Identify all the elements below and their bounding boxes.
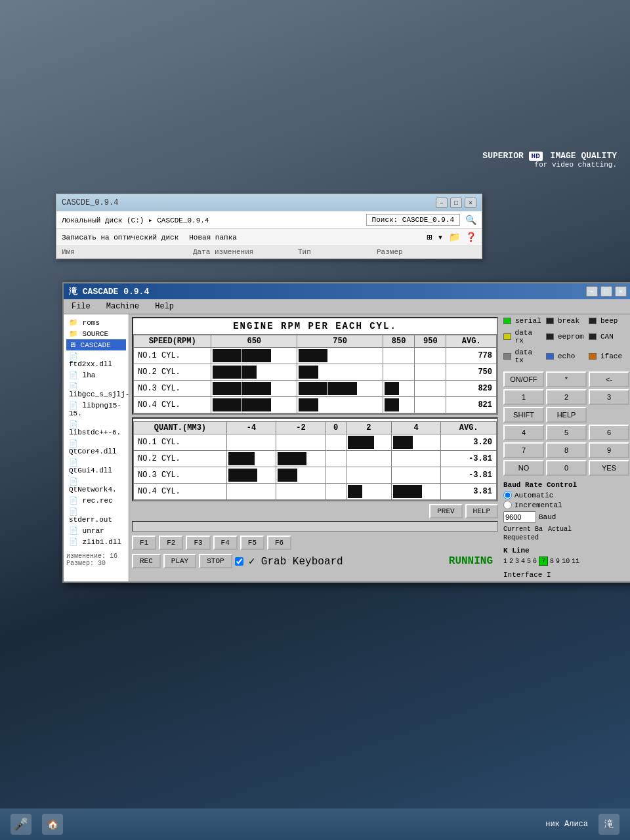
search-icon[interactable]: 🔍 [465,215,476,226]
baud-unit: Baud [539,513,556,521]
f3-button[interactable]: F3 [186,536,210,550]
play-button[interactable]: PLAY [163,554,196,568]
cyl1-bar-750 [297,348,383,364]
cascade-window: 滝 CASCADE 0.9.4 – □ ✕ File Machine Help … [62,282,630,583]
key3-button[interactable]: 3 [589,389,629,405]
q-cyl1-n4 [226,434,276,451]
menu-help[interactable]: Help [152,301,177,312]
view-options[interactable]: ⊞ ▾ 📁 ❓ [427,232,476,243]
cascade-titlebar: 滝 CASCADE 0.9.4 – □ ✕ [64,284,630,299]
menu-file[interactable]: File [69,301,93,312]
tree-cascade[interactable]: 🖥 CASCADE [66,339,126,350]
taskbar-label: ник Алиса [545,820,588,829]
q-cyl2-label: NO.2 CYL. [134,451,227,467]
search-box[interactable]: Поиск: CASCDE_0.9.4 [366,214,460,226]
onoff-button[interactable]: ON/OFF [503,371,544,387]
q-cyl3-n2 [276,467,326,484]
cascade-minimize[interactable]: – [586,286,598,297]
tree-qtnetwork[interactable]: 📄 QtNetwork4. [66,476,126,495]
rec-button[interactable]: REC [132,554,161,568]
back-button[interactable]: <- [589,371,629,387]
incremental-radio[interactable] [503,501,512,509]
burn-button[interactable]: Записать на оптический диск [62,234,178,242]
quant-col-n2: -2 [276,422,326,434]
f4-button[interactable]: F4 [213,536,238,550]
no-button[interactable]: NO [503,460,544,476]
kline-9: 9 [556,558,560,565]
rpm-table-container: ENGINE RPM PER EACH CYL. SPEED(RPM) 650 … [132,317,498,415]
q-cyl1-p2 [346,434,391,451]
tree-ftd2xx[interactable]: 📄 ftd2xx.dll [66,350,126,369]
key1-button[interactable]: 1 [503,389,544,405]
cascade-content: 📁 roms 📁 SOURCE 🖥 CASCADE 📄 ftd2xx.dll 📄… [64,314,630,581]
scrollbar[interactable] [132,521,498,532]
taskbar-cascade-icon[interactable]: 滝 [598,814,620,835]
quant-col-0: 0 [326,422,346,434]
key5-button[interactable]: 5 [546,425,587,440]
echo-label: echo [558,352,575,360]
help-right-button[interactable]: HELP [546,407,587,423]
table-row: NO.3 CYL. [134,381,497,397]
automatic-radio[interactable] [503,491,512,499]
cyl3-avg: 829 [446,381,497,397]
key9-button[interactable]: 9 [589,442,629,458]
can-led [589,333,597,340]
key7-button[interactable]: 7 [503,442,544,458]
close-button[interactable]: ✕ [465,198,476,208]
menu-machine[interactable]: Machine [104,301,142,312]
q-cyl4-p2 [346,484,391,500]
tree-recrec[interactable]: 📄 rec.rec [66,495,126,506]
kline-5: 5 [527,558,531,565]
baud-input[interactable] [503,511,536,523]
tree-qtgui[interactable]: 📄 QtGui4.dll [66,457,126,476]
shift-button[interactable]: SHIFT [503,407,544,423]
yes-button[interactable]: YES [589,460,629,476]
current-ba-label: Current Ba [503,526,543,533]
cascade-maximize[interactable]: □ [600,286,612,297]
tree-qtcore[interactable]: 📄 QtCore4.dll [66,438,126,457]
bottom-buttons-row: REC PLAY STOP ✓ Grab Keyboard RUNNING [132,551,498,571]
taskbar-icon-1[interactable]: 🏠 [42,814,63,835]
maximize-button[interactable]: □ [450,198,462,208]
f1-button[interactable]: F1 [132,536,156,550]
incremental-label: Incremental [514,501,562,509]
tree-roms[interactable]: 📁 roms [66,317,126,328]
minimize-button[interactable]: – [436,198,448,208]
key4-button[interactable]: 4 [503,425,544,440]
key6-button[interactable]: 6 [589,425,629,440]
q-cyl2-p4 [391,451,440,467]
tree-stderr[interactable]: 📄 stderr.out [66,506,126,525]
tree-unrar[interactable]: 📄 unrar [66,525,126,536]
f2-button[interactable]: F2 [159,536,183,550]
q-cyl1-n2 [276,434,326,451]
tree-lha[interactable]: 📄 lha [66,369,126,381]
led-iface: iface [589,348,629,364]
stop-button[interactable]: STOP [199,554,232,568]
file-tree: 📁 roms 📁 SOURCE 🖥 CASCADE 📄 ftd2xx.dll 📄… [64,314,129,581]
keypad-grid: ON/OFF * <- 1 2 3 SHIFT HELP 4 5 6 7 8 9… [503,371,629,476]
cascade-close[interactable]: ✕ [615,286,627,297]
prev-button[interactable]: PREV [429,504,462,518]
new-folder-button[interactable]: Новая папка [189,234,237,242]
q-cyl4-n4 [226,484,276,500]
quant-col-label: QUANT.(MM3) [134,422,227,434]
f5-button[interactable]: F5 [240,536,264,550]
tree-source[interactable]: 📁 SOURCE [66,328,126,339]
can-label: CAN [600,333,614,341]
tree-libstdc[interactable]: 📄 libstdc++-6. [66,419,126,438]
cyl4-bar-750 [297,397,383,413]
taskbar-mic-icon[interactable]: 🎤 [10,814,32,835]
key0-button[interactable]: 0 [546,460,587,476]
key8-button[interactable]: 8 [546,442,587,458]
star-button[interactable]: * [546,371,587,387]
grab-keyboard-checkbox[interactable] [235,557,243,566]
f6-button[interactable]: F6 [267,536,291,550]
key2-button[interactable]: 2 [546,389,587,405]
help-button[interactable]: HELP [465,504,498,518]
tree-libpng[interactable]: 📄 libpng15-15. [66,400,126,419]
kline-11: 11 [572,558,579,565]
cyl3-bar-650 [211,381,297,397]
tree-libgcc[interactable]: 📄 libgcc_s_sjlj- [66,381,126,400]
rpm-col-650: 650 [211,335,297,348]
tree-zlib[interactable]: 📄 zlib1.dll [66,536,126,547]
